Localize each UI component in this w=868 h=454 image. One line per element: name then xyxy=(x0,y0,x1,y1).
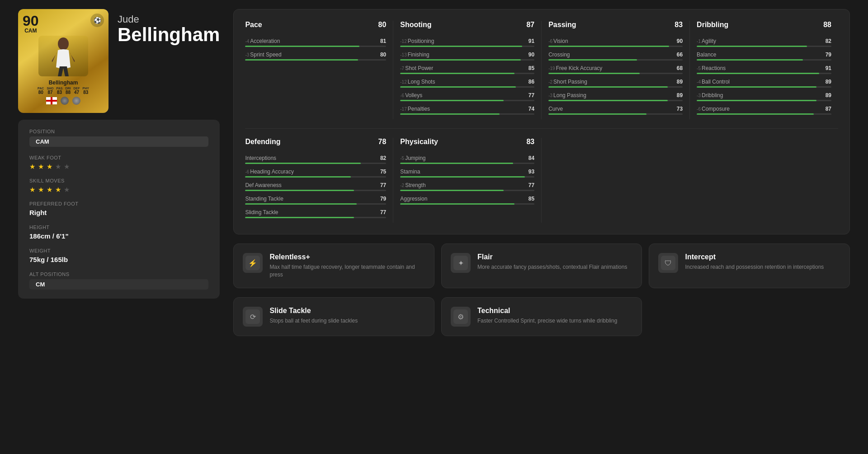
card-rating: 90 xyxy=(23,14,39,28)
trait-icon: ⚙ xyxy=(451,307,471,327)
stat-item: -7Shot Power 85 xyxy=(400,65,534,74)
preferred-foot-label: Preferred Foot xyxy=(29,201,208,206)
stat-item: -4Acceleration 81 xyxy=(245,38,386,47)
stat-item: -6Composure 87 xyxy=(697,106,831,115)
trait-desc: Stops ball at feet during slide tackles xyxy=(269,317,425,325)
svg-text:⚙: ⚙ xyxy=(458,313,464,321)
stat-item: Curve 73 xyxy=(548,106,683,115)
position-row: Position CAM xyxy=(29,129,208,147)
info-panel: Position CAM Weak Foot ★ ★ ★ ★ ★ Skill M… xyxy=(18,120,220,299)
shooting-value: 87 xyxy=(526,21,534,29)
passing-value: 83 xyxy=(675,21,683,29)
trait-icon: ⚡ xyxy=(243,253,263,273)
stat-item: -3Sprint Speed 80 xyxy=(245,51,386,61)
shooting-name: Shooting xyxy=(400,21,431,29)
passing-name: Passing xyxy=(548,21,576,29)
card-player-name: Bellingham xyxy=(49,80,78,86)
trait-desc: Increased reach and possession retention… xyxy=(685,263,840,271)
stat-item: -13Finishing 90 xyxy=(400,51,534,61)
pace-category: Pace 80 -4Acceleration 81 -3Sprint Speed… xyxy=(245,21,393,119)
trait-name: Intercept xyxy=(685,253,840,261)
trait-card: 🛡 Intercept Increased reach and possessi… xyxy=(649,243,850,288)
stat-item: -19Free Kick Accuracy 68 xyxy=(548,65,683,74)
svg-text:✦: ✦ xyxy=(458,259,463,267)
stat-item: Balance 79 xyxy=(697,51,831,61)
pace-value: 80 xyxy=(378,21,386,29)
traits-grid-1: ⚡ Relentless+ Max half time fatigue reco… xyxy=(233,243,850,288)
preferred-foot-value: Right xyxy=(29,209,208,216)
stat-item: Sliding Tackle 77 xyxy=(245,209,386,218)
stat-item: Standing Tackle 79 xyxy=(245,196,386,205)
skill-moves-stars: ★ ★ ★ ★ ★ xyxy=(29,186,208,193)
card-phy-value: 83 xyxy=(83,90,88,95)
stats-bottom-grid: Defending 78 Interceptions 82 -6Heading … xyxy=(245,128,838,223)
card-sho-value: 87 xyxy=(47,90,52,95)
card-dri-label: DRI xyxy=(65,87,71,90)
stat-item: Stamina 93 xyxy=(400,168,534,178)
card-def-value: 47 xyxy=(74,90,79,95)
height-label: Height xyxy=(29,225,208,230)
shooting-items: -12Positioning 91 -13Finishing 90 -7Shot… xyxy=(400,38,534,115)
empty-col-1 xyxy=(542,138,690,223)
skill-moves-row: Skill Moves ★ ★ ★ ★ ★ xyxy=(29,178,208,193)
trait-name: Relentless+ xyxy=(269,253,425,261)
trait-desc: More accurate fancy passes/shots, contex… xyxy=(477,263,633,271)
player-title-area: Jude Bellingham xyxy=(118,9,220,44)
club-badge xyxy=(61,97,69,105)
weak-foot-row: Weak Foot ★ ★ ★ ★ ★ xyxy=(29,155,208,170)
card-dri-value: 88 xyxy=(66,90,71,95)
stat-item: Interceptions 82 xyxy=(245,155,386,164)
trait-icon: ✦ xyxy=(451,253,471,273)
passing-category: Passing 83 -6Vision 90 Crossing 66 xyxy=(542,21,690,119)
weak-foot-stars: ★ ★ ★ ★ ★ xyxy=(29,163,208,170)
physicality-value: 83 xyxy=(526,138,534,146)
trait-name: Flair xyxy=(477,253,633,261)
player-last-name: Bellingham xyxy=(118,25,220,44)
passing-items: -6Vision 90 Crossing 66 -19Free Kick Acc… xyxy=(548,38,683,115)
height-row: Height 186cm / 6'1" xyxy=(29,225,208,240)
trait-card: ⚡ Relentless+ Max half time fatigue reco… xyxy=(233,243,434,288)
trait-desc: Max half time fatigue recovery, longer t… xyxy=(269,263,425,279)
stat-item: -12Long Shots 86 xyxy=(400,79,534,88)
card-sho-label: SHO xyxy=(47,87,53,90)
trait-icon: 🛡 xyxy=(658,253,678,273)
physicality-items: -5Jumping 84 Stamina 93 -2Strength 77 xyxy=(400,155,534,205)
trait-card: ⚙ Technical Faster Controlled Sprint, pr… xyxy=(441,297,642,336)
stat-item: -3Long Passing 89 xyxy=(548,92,683,101)
stat-item: -2Strength 77 xyxy=(400,182,534,191)
card-pas-label: PAS xyxy=(57,87,63,90)
stat-item: -6Vision 90 xyxy=(548,38,683,47)
weight-label: Weight xyxy=(29,248,208,253)
card-stats-row: PAC 80 SHO 87 PAS 83 DRI 88 xyxy=(38,87,89,95)
card-phy-label: PHY xyxy=(82,87,89,90)
preferred-foot-row: Preferred Foot Right xyxy=(29,201,208,216)
physicality-category: Physicality 83 -5Jumping 84 Stamina 93 xyxy=(393,138,542,223)
dribbling-category: Dribbling 88 -1Agility 82 Balance 79 xyxy=(690,21,838,119)
stat-item: Crossing 66 xyxy=(548,51,683,61)
skill-moves-label: Skill Moves xyxy=(29,178,208,183)
player-card: 90 CAM ⚽ xyxy=(18,9,108,113)
stat-item: -5Reactions 91 xyxy=(697,65,831,74)
stat-item: -6Heading Accuracy 75 xyxy=(245,168,386,178)
svg-text:⚡: ⚡ xyxy=(248,259,257,267)
trait-desc: Faster Controlled Sprint, precise wide t… xyxy=(477,317,633,325)
empty-col-2 xyxy=(690,138,838,223)
stats-top-grid: Pace 80 -4Acceleration 81 -3Sprint Speed… xyxy=(245,21,838,119)
dribbling-cat-name: Dribbling xyxy=(697,21,728,29)
alt-positions-row: Alt Positions CM xyxy=(29,271,208,290)
stat-item: -5Jumping 84 xyxy=(400,155,534,164)
position-badge: CAM xyxy=(29,136,208,147)
stat-item: -1Agility 82 xyxy=(697,38,831,47)
stat-item: -2Short Passing 89 xyxy=(548,79,683,88)
player-header: 90 CAM ⚽ xyxy=(18,9,220,113)
nation-badge xyxy=(72,97,80,105)
dribbling-cat-value: 88 xyxy=(823,21,831,29)
pace-name: Pace xyxy=(245,21,262,29)
left-panel: 90 CAM ⚽ xyxy=(18,9,220,336)
trait-card: ⟳ Slide Tackle Stops ball at feet during… xyxy=(233,297,434,336)
traits-grid-2: ⟳ Slide Tackle Stops ball at feet during… xyxy=(233,297,850,336)
trait-icon: ⟳ xyxy=(243,307,263,327)
trait-name: Technical xyxy=(477,307,633,315)
svg-point-0 xyxy=(58,37,69,50)
stats-box: Pace 80 -4Acceleration 81 -3Sprint Speed… xyxy=(233,9,850,234)
